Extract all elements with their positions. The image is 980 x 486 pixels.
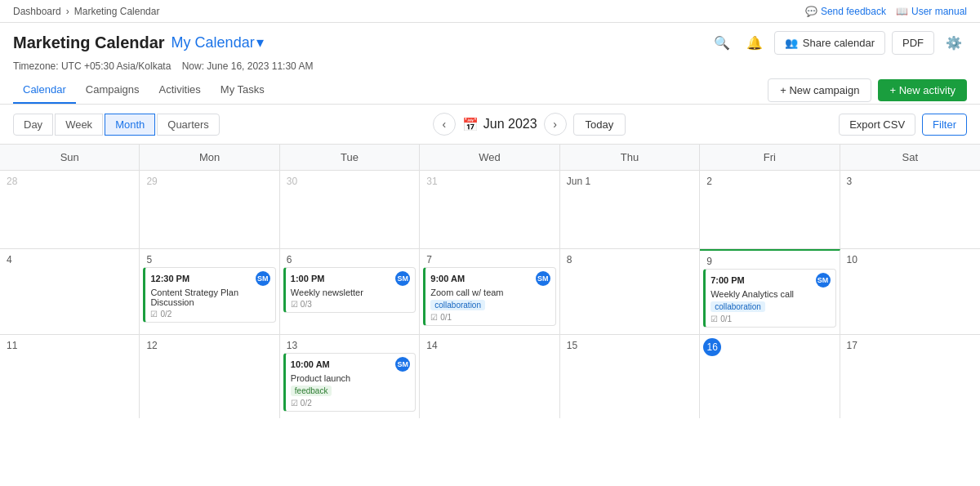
right-controls: Export CSV Filter <box>839 114 967 136</box>
day-num: 7 <box>423 252 435 267</box>
event-header: 12:30 PM SM <box>150 271 270 286</box>
checklist-icon: ☑ <box>430 313 438 322</box>
day-cell: 30 <box>280 171 420 248</box>
day-num: 8 <box>564 252 576 267</box>
header-mon: Mon <box>140 145 279 171</box>
view-week-button[interactable]: Week <box>55 114 103 136</box>
day-cell: 5 12:30 PM SM Content Strategy Plan Disc… <box>140 249 279 334</box>
today-button[interactable]: Today <box>573 114 626 136</box>
event-header: 10:00 AM SM <box>291 357 410 372</box>
day-cell: 8 <box>560 249 700 334</box>
header-sun: Sun <box>0 145 140 171</box>
event-time: 7:00 PM <box>710 275 745 285</box>
day-num: 6 <box>283 252 296 267</box>
avatar: SM <box>256 271 270 286</box>
calendar-selector[interactable]: My Calendar ▾ <box>172 33 264 51</box>
day-cell: 2 <box>700 171 840 248</box>
header-fri: Fri <box>700 145 840 171</box>
event-checklist: ☑ 0/2 <box>291 399 410 408</box>
event-card[interactable]: 1:00 PM SM Weekly newsletter ☑ 0/3 <box>283 267 416 313</box>
day-cell: 28 <box>0 171 140 248</box>
new-campaign-button[interactable]: + New campaign <box>768 78 871 102</box>
checklist-icon: ☑ <box>291 399 298 408</box>
day-cell: 12 <box>140 335 279 418</box>
event-title: Weekly newsletter <box>291 288 410 297</box>
day-cell: 16 <box>700 335 840 418</box>
cal-controls: Day Week Month Quarters ‹ 📅 Jun 2023 › T… <box>0 105 980 144</box>
next-month-button[interactable]: › <box>544 113 567 136</box>
event-card[interactable]: 10:00 AM SM Product launch feedback ☑ 0/… <box>283 353 416 412</box>
day-num: 5 <box>143 252 155 267</box>
export-csv-button[interactable]: Export CSV <box>839 114 915 136</box>
avatar: SM <box>816 273 831 288</box>
day-cell: 31 <box>420 171 559 248</box>
week-row: 28 29 30 31 Jun 1 2 3 <box>0 171 980 249</box>
header-right: 🔍 🔔 👥 Share calendar PDF ⚙️ <box>709 29 967 56</box>
tab-my-tasks[interactable]: My Tasks <box>211 77 274 104</box>
day-cell: 4 <box>0 249 140 334</box>
settings-button[interactable]: ⚙️ <box>941 29 967 56</box>
day-cell: Jun 1 <box>560 171 700 248</box>
day-cell: 3 <box>840 171 980 248</box>
bell-button[interactable]: 🔔 <box>742 29 768 56</box>
view-day-button[interactable]: Day <box>13 114 53 136</box>
day-headers: Sun Mon Tue Wed Thu Fri Sat <box>0 145 980 171</box>
day-num: 3 <box>844 174 856 189</box>
event-card[interactable]: 12:30 PM SM Content Strategy Plan Discus… <box>143 267 275 323</box>
event-time: 1:00 PM <box>291 274 325 283</box>
avatar: SM <box>536 271 550 286</box>
new-activity-button[interactable]: + New activity <box>878 79 967 101</box>
event-checklist: ☑ 0/3 <box>291 300 410 309</box>
user-manual-link[interactable]: 📖 User manual <box>896 6 967 17</box>
event-title: Content Strategy Plan Discussion <box>150 288 270 307</box>
tab-activities[interactable]: Activities <box>149 77 211 104</box>
header-wed: Wed <box>420 145 559 171</box>
checklist-icon: ☑ <box>710 314 718 323</box>
tab-campaigns[interactable]: Campaigns <box>76 77 149 104</box>
prev-month-button[interactable]: ‹ <box>433 113 456 136</box>
tab-list: Calendar Campaigns Activities My Tasks <box>13 77 274 104</box>
event-card[interactable]: 7:00 PM SM Weekly Analytics call collabo… <box>703 269 835 328</box>
view-month-button[interactable]: Month <box>105 114 155 136</box>
event-title: Weekly Analytics call <box>710 289 830 299</box>
day-cell: 11 <box>0 335 140 418</box>
day-num: 30 <box>283 174 301 189</box>
timezone-bar: Timezone: UTC +05:30 Asia/Kolkata Now: J… <box>0 59 980 77</box>
day-num: 17 <box>844 338 861 353</box>
pdf-button[interactable]: PDF <box>892 31 934 55</box>
day-cell: 29 <box>140 171 279 248</box>
event-header: 7:00 PM SM <box>710 273 830 288</box>
avatar: SM <box>395 271 410 286</box>
share-calendar-button[interactable]: 👥 Share calendar <box>774 31 885 55</box>
day-num: 10 <box>844 252 861 267</box>
event-title: Product launch <box>291 373 410 383</box>
event-tag: collaboration <box>430 300 485 310</box>
week-row: 4 5 12:30 PM SM Content Strategy Plan Di… <box>0 249 980 335</box>
book-icon: 📖 <box>896 6 908 17</box>
event-tag: feedback <box>291 386 332 396</box>
event-time: 9:00 AM <box>430 274 465 283</box>
today-num: 16 <box>703 338 721 356</box>
day-cell: 7 9:00 AM SM Zoom call w/ team collabora… <box>420 249 559 334</box>
view-quarters-button[interactable]: Quarters <box>157 114 220 136</box>
share-icon: 👥 <box>785 37 798 49</box>
day-num: 28 <box>3 174 20 189</box>
event-card[interactable]: 9:00 AM SM Zoom call w/ team collaborati… <box>423 267 555 326</box>
breadcrumb: Dashboard › Marketing Calendar <box>13 6 159 17</box>
chevron-down-icon: ▾ <box>256 33 264 51</box>
search-button[interactable]: 🔍 <box>709 29 735 56</box>
day-num: 13 <box>283 338 301 353</box>
event-checklist: ☑ 0/2 <box>150 310 270 319</box>
tab-calendar[interactable]: Calendar <box>13 77 76 104</box>
day-cell: 15 <box>560 335 700 418</box>
day-cell: 17 <box>840 335 980 418</box>
tab-actions: + New campaign + New activity <box>768 78 967 102</box>
filter-button[interactable]: Filter <box>922 114 967 136</box>
breadcrumb-parent[interactable]: Dashboard <box>13 6 61 17</box>
header-sat: Sat <box>840 145 980 171</box>
send-feedback-link[interactable]: 💬 Send feedback <box>805 6 886 17</box>
breadcrumb-current: Marketing Calendar <box>74 6 160 17</box>
event-time: 10:00 AM <box>291 359 330 369</box>
nav-area: ‹ 📅 Jun 2023 › Today <box>433 113 626 136</box>
day-num: 9 <box>703 254 715 269</box>
